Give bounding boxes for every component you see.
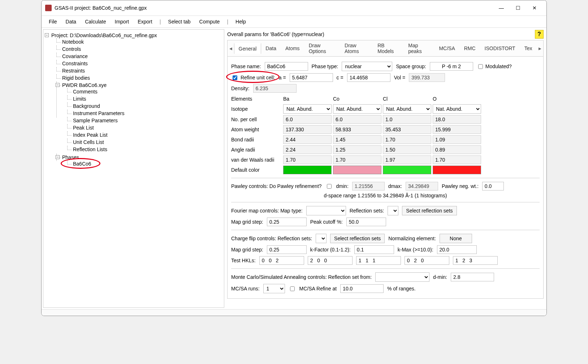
phase-type-select[interactable]: nuclear — [342, 62, 392, 71]
menu-data[interactable]: Data — [62, 17, 80, 26]
tree-toggle-icon[interactable]: – — [45, 33, 49, 37]
tree-item-phase[interactable]: Ba6Co6 — [73, 161, 91, 167]
tab-mcsa[interactable]: MC/SA — [434, 43, 459, 53]
flip-kmax-input[interactable] — [437, 245, 477, 254]
tree-item[interactable]: Sample Parameters — [73, 118, 118, 123]
help-button[interactable]: ? — [535, 30, 544, 39]
a-input[interactable] — [290, 73, 333, 82]
flip-hkl-label: Test HKLs: — [231, 258, 256, 263]
fourier-select-refl-button[interactable]: Select reflection sets — [402, 206, 457, 215]
fourier-cutoff-input[interactable] — [346, 218, 386, 226]
maximize-button[interactable]: ☐ — [510, 3, 526, 13]
menu-import[interactable]: Import — [111, 17, 133, 26]
tree-item[interactable]: Unit Cells List — [73, 139, 104, 145]
br-value: 1.09 — [433, 135, 481, 144]
flip-hkl-input[interactable] — [356, 256, 401, 265]
tab-rb-models[interactable]: RB Models — [373, 40, 404, 56]
pawley-dmax-input[interactable] — [406, 182, 438, 190]
color-swatch[interactable] — [283, 166, 332, 174]
tree-item[interactable]: Reflection Lists — [73, 146, 107, 152]
flip-grid-input[interactable] — [267, 245, 307, 254]
color-swatch[interactable] — [333, 166, 381, 174]
mcsa-label: Monte Carlo/Simulated Annealing controls… — [231, 274, 372, 280]
close-button[interactable]: ✕ — [526, 3, 543, 13]
menu-calculate[interactable]: Calculate — [81, 17, 109, 26]
tab-general[interactable]: General — [234, 43, 261, 54]
space-group-input[interactable] — [430, 62, 473, 71]
tab-data[interactable]: Data — [261, 43, 281, 53]
flip-hkl-input[interactable] — [453, 256, 498, 265]
tree-item[interactable]: Constraints — [62, 61, 88, 66]
fourier-refl-select[interactable] — [388, 206, 398, 215]
tab-rmc[interactable]: RMC — [460, 43, 480, 53]
mcsa-refl-select[interactable] — [375, 272, 429, 282]
color-swatch[interactable] — [383, 166, 431, 174]
mcsa-refine-checkbox[interactable] — [290, 286, 295, 291]
tree-item[interactable]: Index Peak List — [73, 132, 108, 138]
element-header: Ba — [283, 95, 332, 103]
tab-scroll-right-icon[interactable]: ▶ — [537, 44, 543, 53]
minimize-button[interactable]: — — [493, 3, 510, 13]
tree-item[interactable]: Background — [73, 103, 100, 109]
isotope-select[interactable]: Nat. Abund. — [333, 104, 381, 114]
menu-file[interactable]: File — [45, 17, 61, 26]
mcsa-runs-select[interactable]: 1 — [263, 284, 285, 293]
pawley-dmin-input[interactable] — [352, 182, 385, 190]
isotope-select[interactable]: Nat. Abund. — [433, 104, 481, 114]
modulated-checkbox[interactable] — [478, 64, 483, 69]
flip-hkl-input[interactable] — [259, 256, 304, 265]
flip-hkl-input[interactable] — [308, 256, 353, 265]
flip-hkl-input[interactable] — [405, 256, 449, 265]
fourier-maptype-select[interactable] — [306, 206, 346, 215]
menu-select-tab[interactable]: Select tab — [164, 17, 194, 26]
tab-draw-atoms[interactable]: Draw Atoms — [340, 40, 373, 56]
pawley-dmin-label: dmin: — [336, 183, 349, 189]
phase-tabs: ◀ General Data Atoms Draw Options Draw A… — [227, 40, 544, 57]
tree-item[interactable]: Peak List — [73, 125, 94, 131]
tree-item[interactable]: Notebook — [62, 39, 84, 45]
tab-isodistort[interactable]: ISODISTORT — [480, 43, 520, 53]
tree-root[interactable]: Project: D:\Downloads\Ba6Co6_nuc_refine.… — [51, 32, 157, 38]
tree-item[interactable]: Rigid bodies — [62, 75, 90, 81]
density-label: Density: — [231, 85, 250, 91]
flip-norm-button[interactable]: None — [440, 234, 472, 243]
project-tree[interactable]: – Project: D:\Downloads\Ba6Co6_nuc_refin… — [43, 29, 224, 308]
tree-toggle-icon[interactable]: – — [56, 155, 60, 159]
tree-item[interactable]: Restraints — [62, 68, 85, 74]
tree-item-pwdr[interactable]: PWDR Ba6Co6.xye — [62, 82, 107, 88]
menu-compute[interactable]: Compute — [196, 17, 224, 26]
tree-item[interactable]: Controls — [62, 46, 81, 52]
tree-item[interactable]: Covariance — [62, 53, 88, 59]
tab-draw-options[interactable]: Draw Options — [304, 40, 340, 56]
tree-item-phases[interactable]: Phases — [62, 154, 79, 160]
pawley-negwt-input[interactable] — [482, 182, 504, 190]
isotope-select[interactable]: Nat. Abund. — [383, 104, 431, 114]
tree-item[interactable]: Instrument Parameters — [73, 110, 124, 116]
npc-row-label: No. per cell — [231, 115, 282, 123]
tab-scroll-left-icon[interactable]: ◀ — [228, 44, 234, 53]
menu-export[interactable]: Export — [134, 17, 156, 26]
tree-item[interactable]: Comments — [73, 89, 98, 95]
fourier-grid-input[interactable] — [267, 218, 307, 226]
flip-select-refl-button[interactable]: Select reflection sets — [330, 234, 385, 243]
npc-value: 18.0 — [433, 115, 481, 124]
tab-map-peaks[interactable]: Map peaks — [404, 40, 434, 56]
mcsa-refine-input[interactable] — [340, 284, 384, 293]
pawley-checkbox[interactable] — [327, 184, 332, 189]
br-value: 1.70 — [383, 135, 431, 144]
npc-value: 6.0 — [333, 115, 381, 124]
menu-help[interactable]: Help — [232, 17, 250, 26]
flip-refl-select[interactable] — [316, 234, 327, 243]
color-swatch[interactable] — [433, 166, 481, 174]
phase-name-input[interactable] — [265, 62, 308, 71]
tab-atoms[interactable]: Atoms — [281, 43, 304, 53]
refine-unit-cell-checkbox[interactable] — [233, 75, 237, 80]
tab-texture[interactable]: Tex — [520, 43, 537, 53]
mcsa-runs-label: MC/SA runs: — [231, 286, 260, 291]
isotope-select[interactable]: Nat. Abund. — [283, 104, 332, 114]
tree-item[interactable]: Limits — [73, 96, 86, 102]
c-input[interactable] — [347, 73, 390, 82]
tree-toggle-icon[interactable]: – — [56, 83, 60, 87]
flip-kf-input[interactable] — [354, 245, 394, 254]
mcsa-dmin-input[interactable] — [451, 273, 494, 281]
